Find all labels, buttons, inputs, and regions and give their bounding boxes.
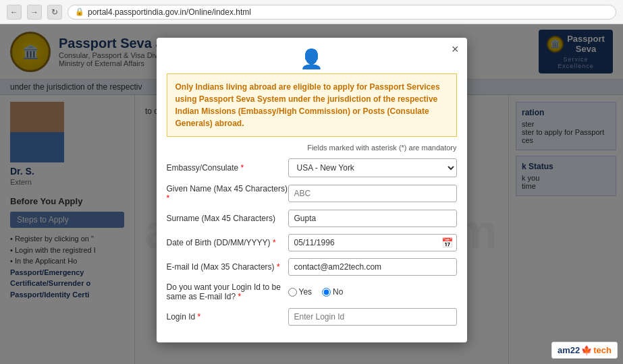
registration-modal: × 👤 Only Indians living abroad are eligi…: [157, 38, 467, 342]
modal-close-button[interactable]: ×: [452, 43, 459, 55]
radio-yes-label[interactable]: Yes: [288, 287, 313, 297]
email-label: E-mail Id (Max 35 Characters) *: [167, 262, 288, 272]
embassy-select[interactable]: USA - New York USA - Chicago USA - Houst…: [288, 158, 457, 177]
surname-input[interactable]: [288, 210, 457, 227]
dob-input-container: 📅: [288, 234, 457, 251]
dob-row: Date of Birth (DD/MM/YYYY) * 📅: [167, 234, 457, 251]
login-same-label: Do you want your Login Id to be same as …: [167, 282, 288, 301]
given-name-row: Given Name (Max 45 Characters) *: [167, 184, 457, 203]
embassy-row: Embassy/Consulate * USA - New York USA -…: [167, 158, 457, 177]
given-name-label: Given Name (Max 45 Characters) *: [167, 184, 288, 203]
dob-input[interactable]: [288, 234, 457, 251]
am22tech-badge: am22 🍁 tech: [551, 342, 618, 359]
modal-overlay: × 👤 Only Indians living abroad are eligi…: [0, 24, 623, 364]
login-id-row: Login Id *: [167, 308, 457, 326]
modal-warning-box: Only Indians living abroad are eligible …: [167, 73, 457, 137]
calendar-icon[interactable]: 📅: [441, 237, 453, 248]
email-row: E-mail Id (Max 35 Characters) *: [167, 258, 457, 276]
embassy-label: Embassy/Consulate *: [167, 163, 288, 173]
mandatory-note: Fields marked with asterisk (*) are mand…: [157, 144, 467, 155]
modal-form-body: Embassy/Consulate * USA - New York USA -…: [157, 155, 467, 342]
radio-yes[interactable]: [288, 288, 297, 297]
login-same-row: Do you want your Login Id to be same as …: [167, 282, 457, 301]
modal-warning-text: Only Indians living abroad are eligible …: [175, 81, 448, 129]
am22-prefix: am22: [558, 345, 580, 355]
am22-suffix: tech: [593, 345, 612, 355]
surname-label: Surname (Max 45 Characters): [167, 214, 288, 223]
address-bar[interactable]: 🔒 portal4.passportindia.gov.in/Online/in…: [67, 5, 616, 20]
email-input[interactable]: [288, 258, 457, 276]
dob-label: Date of Birth (DD/MM/YYYY) *: [167, 238, 288, 247]
yes-no-radio-group: Yes No: [288, 287, 457, 297]
forward-button[interactable]: →: [27, 5, 42, 20]
radio-no-label[interactable]: No: [322, 287, 343, 297]
login-id-label: Login Id *: [167, 312, 288, 322]
lock-icon: 🔒: [75, 7, 84, 16]
given-name-input[interactable]: [288, 185, 457, 202]
website-body: 🏛️ Passport Seva at Indian Embassies and…: [0, 24, 623, 364]
am22-emoji: 🍁: [581, 345, 592, 355]
modal-user-icon: 👤: [157, 38, 467, 73]
surname-row: Surname (Max 45 Characters): [167, 210, 457, 227]
login-id-input[interactable]: [288, 308, 457, 326]
back-button[interactable]: ←: [7, 5, 22, 20]
refresh-button[interactable]: ↻: [47, 5, 62, 20]
radio-no[interactable]: [322, 288, 331, 297]
browser-chrome: ← → ↻ 🔒 portal4.passportindia.gov.in/Onl…: [0, 0, 623, 24]
